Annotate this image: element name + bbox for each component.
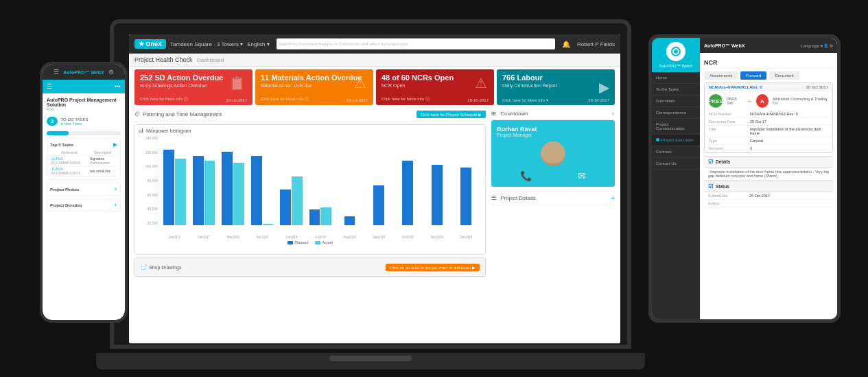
kpi-materials-link[interactable]: Click here for More info ⓘ	[261, 96, 309, 102]
chart-area: 140,000 120,000 100,000 80,000 60,000 40…	[138, 136, 482, 239]
todo-progress-bar	[47, 131, 121, 135]
bar-jun	[278, 136, 305, 225]
y-axis: 140,000 120,000 100,000 80,000 60,000 40…	[138, 136, 160, 225]
kpi-card-labour[interactable]: 766 Labour Daily Construction Report ▶ C…	[497, 69, 615, 105]
phone-icon[interactable]: 📞	[520, 170, 532, 181]
expand-icon[interactable]: +	[611, 111, 615, 117]
chart-container: 📊 Manpower histogram 140,000 120,000 100…	[134, 124, 486, 255]
duration-expand-icon[interactable]: +	[114, 202, 117, 208]
chart-legend: Planned Actual	[138, 240, 482, 244]
autbus-label: Autbus	[708, 201, 749, 205]
avatar	[541, 141, 565, 166]
record-date: 30 Oct 2017	[806, 85, 828, 89]
search-bar[interactable]: Search by Document Number or Description…	[277, 38, 555, 49]
email-icon[interactable]: ✉	[578, 170, 586, 181]
phone-screen: ☰ AutoPRO™ WebX ⚙ ☰ ••• AutoPRO Project …	[43, 65, 125, 320]
kpi-materials-title: 11 Materials Action Overdue	[261, 73, 368, 82]
avatar-pkes: PKES	[709, 94, 723, 108]
attachments-btn[interactable]: Attachments	[704, 71, 738, 80]
shop-drawings-btn[interactable]: Click on an area in the pie chart to dri…	[386, 264, 480, 271]
grid-icon: ⊞	[491, 111, 496, 117]
shop-drawings-title: 📄 Shop Drawings	[141, 264, 181, 270]
bar-jan	[161, 136, 188, 225]
project-schedule-btn[interactable]: Click here for Project Schedule ▶	[417, 111, 486, 118]
tablet-main: AutoPRO™ WebX Language ▾ 👤 ⚙ NCR Attachm…	[700, 38, 837, 319]
kpi-card-ncr[interactable]: 48 of 60 NCRs Open NCR Open ⚠ Click here…	[376, 69, 494, 105]
kpi-ncr-icon: ⚠	[475, 75, 487, 91]
kpi-labour-link[interactable]: Click here for More info ▾	[502, 98, 548, 102]
language-selector[interactable]: English ▾	[247, 41, 269, 47]
phone-settings-icon[interactable]: ⚙	[108, 69, 114, 76]
kpi-card-materials[interactable]: 11 Materials Action Overdue Material Act…	[255, 69, 373, 105]
sidebar-item-correspondence[interactable]: Correspondence	[652, 107, 700, 119]
autbus-value	[749, 201, 829, 205]
phone-topbar: ☰ AutoPRO™ WebX ⚙	[43, 65, 125, 80]
add-icon[interactable]: +	[611, 194, 615, 202]
type-value: General	[750, 139, 828, 143]
new-tasks-label: ● New Tasks	[60, 122, 88, 126]
document-btn[interactable]: Document	[769, 71, 799, 80]
phone-logo: AutoPRO™ WebX	[63, 70, 104, 75]
phone-back-icon[interactable]: ☰	[47, 83, 52, 90]
app-main: ⏱ Planning and Time Management Click her…	[129, 108, 620, 328]
phone-device: ☰ AutoPRO™ WebX ⚙ ☰ ••• AutoPRO Project …	[40, 62, 128, 323]
kpi-sd-icon: 📋	[228, 75, 246, 91]
bar-feb	[190, 136, 217, 225]
kpi-sd-link[interactable]: Click here for More info ⓘ	[140, 96, 188, 102]
countdown-header: ⊞ Countdown +	[491, 108, 615, 120]
sidebar-item-project-comms[interactable]: Project Communication	[652, 119, 700, 135]
project-photos-section: Project Photos +	[47, 183, 121, 196]
top5-title: Top 5 Tasks	[50, 143, 73, 147]
app-topbar: ★ OneX Tamdeen Square - 3 Towers ▾ Engli…	[129, 34, 620, 54]
x-axis: Jan2017 Feb2017 Mar2018 Apr2018 Jun2018 …	[161, 236, 480, 239]
arrow-icon: →	[747, 98, 752, 104]
tablet-device: AutoPRO™ WebX Home To-Do Tasks Submittal…	[648, 34, 841, 323]
sidebar-item-home[interactable]: Home	[652, 72, 700, 84]
sidebar-item-contract[interactable]: Contract	[652, 146, 700, 158]
tablet-record: NCR/Ara-4/AR/R/911 Rev: 0 30 Oct 2017 PK…	[704, 82, 833, 153]
user-menu[interactable]: Robert P Fields	[577, 41, 615, 47]
bar-oct	[395, 136, 421, 225]
legend-actual: Actual	[315, 240, 332, 244]
ncr-number-label: NCR Number	[709, 112, 750, 116]
bell-icon[interactable]: 🔔	[562, 41, 570, 48]
page-subtitle: Dashboard	[197, 57, 224, 63]
record-id: NCR/Ara-4/AR/R/911 Rev: 0	[709, 85, 762, 89]
tablet-logo-icon	[666, 42, 685, 61]
avatar-ahmadiah: A	[756, 94, 769, 108]
photos-expand-icon[interactable]: +	[114, 186, 117, 192]
phone-content: AutoPRO Project Management Solution link…	[43, 93, 125, 216]
laptop: ★ OneX Tamdeen Square - 3 Towers ▾ Engli…	[110, 19, 631, 369]
chart-icon: 📊	[138, 128, 144, 133]
sidebar-item-contact[interactable]: Contact Us	[652, 158, 700, 170]
kpi-ncr-link[interactable]: Click here for More info ⓘ	[382, 96, 430, 102]
submitdate-value: 25 Oct 2017	[749, 194, 829, 198]
tablet-content: NCR Attachments Forward Document NCR/Ara…	[700, 53, 837, 212]
project-selector[interactable]: Tamdeen Square - 3 Towers ▾	[170, 41, 243, 47]
phone-menu-icon[interactable]: ☰	[54, 69, 59, 76]
field-submitdate: SubmitDate 25 Oct 2017	[704, 192, 833, 200]
sidebar-item-submittals[interactable]: Submittals	[652, 95, 700, 107]
kpi-labour-sub: Daily Construction Report	[502, 83, 609, 88]
kpi-labour-date: 26-10-2017	[588, 98, 609, 102]
details-description: - Improper installation of the door fram…	[704, 168, 833, 181]
kpi-labour-arrow: ▶	[599, 79, 609, 95]
phone-more-icon[interactable]: •••	[115, 83, 121, 90]
top5-icon[interactable]: ▶	[113, 141, 117, 148]
bar-aug	[336, 136, 363, 225]
sidebar-item-project-exec[interactable]: Project Execution	[652, 135, 700, 146]
task-desc-2: last email line	[89, 166, 117, 176]
top5-tasks-section: Top 5 Tasks ▶ Reference Description JL/K…	[47, 138, 121, 180]
right-panel: ⊞ Countdown + Burhan Ravat Project Manag…	[491, 108, 615, 328]
field-type: Type General	[705, 137, 832, 145]
bar-nov	[423, 136, 450, 225]
tablet-screen: AutoPRO™ WebX Home To-Do Tasks Submittal…	[652, 38, 837, 319]
tasks-table: Reference Description JL/KGK KCUAMM/01/2…	[50, 150, 117, 176]
task-ref-1: JL/KGK KCUAMM/01/2024	[50, 156, 89, 166]
tablet-topbar-right: Language ▾ 👤 ⚙	[801, 43, 833, 48]
phone-project-title: AutoPRO Project Management Solution	[47, 98, 121, 107]
legend-planned: Planned	[288, 240, 308, 244]
forward-btn[interactable]: Forward	[740, 71, 766, 80]
kpi-card-sd[interactable]: 252 SD Action Overdue Shop Drawings Acti…	[134, 69, 253, 105]
sidebar-item-todo[interactable]: To-Do Tasks	[652, 84, 700, 95]
